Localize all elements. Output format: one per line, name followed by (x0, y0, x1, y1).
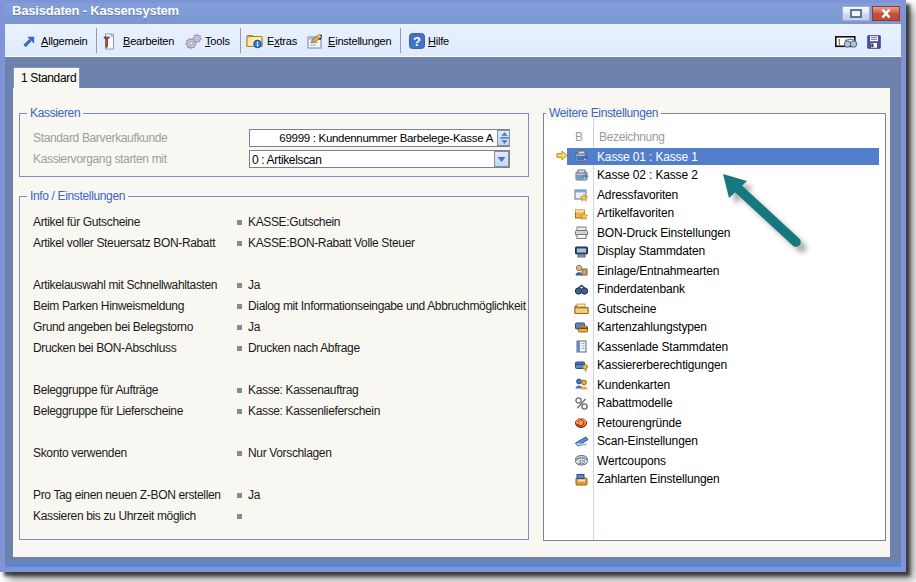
svg-text:10: 10 (578, 459, 585, 465)
svg-text:I: I (838, 37, 841, 47)
svg-text:?: ? (413, 34, 421, 49)
